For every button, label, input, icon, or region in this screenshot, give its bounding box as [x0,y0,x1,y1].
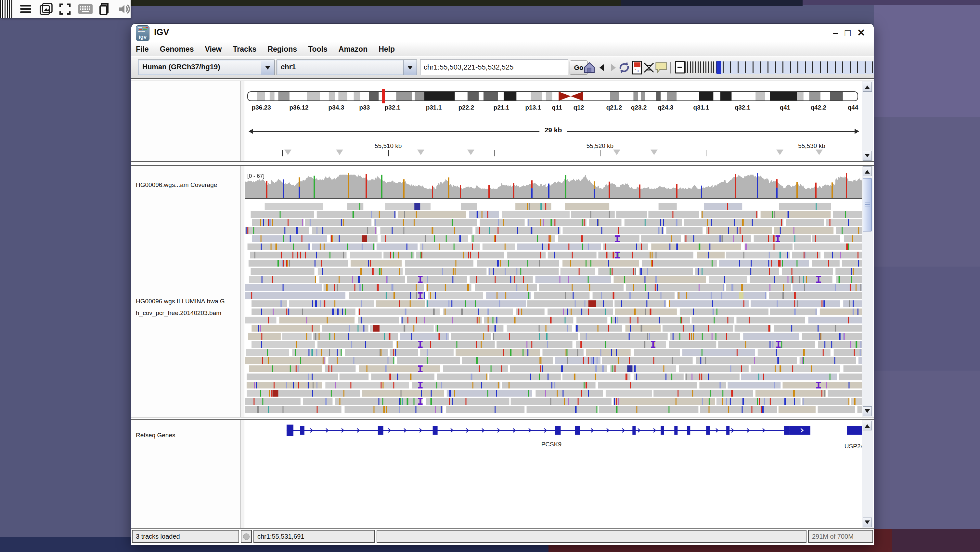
menu-icon[interactable] [19,3,32,16]
ruler-tick-label: 55,510 kb [375,142,402,150]
feature-panel-scrollbar[interactable] [862,420,873,528]
menu-tools[interactable]: Tools [308,45,328,54]
fit-window-icon[interactable] [642,61,656,75]
ruler-tick [600,150,600,156]
ruler-tick [494,150,495,156]
menu-genomes[interactable]: Genomes [160,45,194,54]
genome-select[interactable]: Human (GRCh37/hg19) [138,59,275,75]
cytoband-label: q12 [574,104,584,111]
scroll-up-button[interactable] [863,82,872,92]
chromosome-ideogram[interactable] [247,89,858,104]
gene-label-usp24[interactable]: USP24 [845,443,862,450]
menu-regions[interactable]: Regions [267,45,297,54]
ruler-arrow-right [854,129,862,134]
coverage-track-label[interactable]: HG00096.wgs...am Coverage [136,182,217,188]
toolbar-separator [670,62,671,73]
menu-file[interactable]: File [136,45,149,54]
chromosome-select-value: chr1 [277,60,403,75]
desktop-patch [803,0,980,5]
screenshot-icon[interactable] [39,3,52,16]
cursor-position-status: chr1:55,531,691 [253,530,375,543]
triangle-up-icon [865,422,870,428]
cytoband-label: q11 [552,104,562,111]
chromosome-select-arrow[interactable] [403,60,417,75]
refresh-icon[interactable] [617,61,631,75]
zoom-slider-thumb[interactable] [716,61,721,74]
name-data-divider[interactable] [240,166,244,417]
scroll-up-button[interactable] [863,166,872,176]
triangle-up-icon [865,83,870,89]
desktop-patch [874,0,980,117]
coverage-histogram[interactable] [245,172,862,199]
close-button[interactable]: ✕ [857,26,865,39]
desktop-toolbar [0,0,130,18]
locus-panel: p36.23p36.12p34.3p33p32.1p31.1p22.2p21.1… [131,81,874,162]
cytoband-label: p22.2 [458,104,474,111]
refseq-genes-track[interactable] [245,422,862,441]
scroll-thumb[interactable] [863,178,872,231]
window-title: IGV [154,27,169,37]
data-panel-scrollbar[interactable] [862,166,873,417]
ruler-marker-triangle[interactable] [613,150,620,159]
ruler-marker-triangle[interactable] [336,150,343,159]
zoom-slider-range[interactable] [721,61,874,74]
minimize-button[interactable]: – [833,26,838,39]
cytoband-label: q31.1 [694,104,710,111]
zoom-slider-track[interactable] [685,61,716,73]
menu-amazon[interactable]: Amazon [339,45,368,54]
cytoband-label: q24.3 [658,104,674,111]
keyboard-icon[interactable] [78,3,91,16]
cytoband-label: q32.1 [735,104,751,111]
ruler-marker-triangle[interactable] [284,150,291,159]
volume-icon[interactable] [118,3,130,16]
drag-handle[interactable] [0,0,12,18]
chromosome-select[interactable]: chr1 [277,59,417,75]
main-toolbar: Human (GRCh37/hg19) chr1 chr1:55,503,221… [131,57,874,79]
menu-help[interactable]: Help [379,45,395,54]
scroll-up-button[interactable] [863,421,872,431]
scroll-down-button[interactable] [863,151,872,161]
feature-panel-data: PCSK9 USP24 [245,420,862,528]
genome-select-arrow[interactable] [261,60,274,75]
feature-panel: Refseq Genes PCSK9 USP24 [131,420,874,529]
tooltip-bubble-icon[interactable] [654,61,668,75]
maximize-button[interactable]: □ [845,26,851,39]
menu-tracks[interactable]: Tracks [233,45,256,54]
menu-view[interactable]: View [205,45,222,54]
home-icon[interactable] [582,61,596,75]
gene-label-pcsk9[interactable]: PCSK9 [541,441,562,448]
cytoband-label: p34.3 [329,104,344,111]
genome-select-value: Human (GRCh37/hg19) [138,60,261,75]
ruler-tick [812,150,812,156]
alignment-track-label-line2[interactable]: h_cov_pcr_free.20140203.bam [136,310,221,317]
scroll-down-button[interactable] [863,517,872,527]
ruler-tick [282,150,283,156]
menu-bar: FileGenomesViewTracksRegionsToolsAmazonH… [131,42,874,56]
locus-panel-data: p36.23p36.12p34.3p33p32.1p31.1p22.2p21.1… [245,81,862,161]
ruler-marker-triangle[interactable] [651,150,658,159]
cytoband-label: p33 [360,104,370,111]
ruler-span-label: 29 kb [539,126,567,134]
ruler-marker-triangle[interactable] [467,150,474,159]
scroll-down-button[interactable] [863,406,872,416]
locus-panel-scrollbar[interactable] [862,81,873,161]
fullscreen-icon[interactable] [59,3,71,16]
alignment-pileup[interactable] [245,202,862,417]
ruler-tick-label: 55,530 kb [798,142,825,150]
copy-icon[interactable] [98,3,110,16]
desktop-patch [130,0,620,6]
cytoband-label: q23.2 [631,104,647,111]
name-data-divider[interactable] [240,81,244,161]
genes-track-label[interactable]: Refseq Genes [136,432,175,439]
alignment-track-label-line1[interactable]: HG00096.wgs.ILLUMINA.bwa.G [136,298,225,305]
ruler-arrow-left [246,129,253,134]
locus-input[interactable]: chr1:55,503,221-55,532,525 [420,59,568,75]
ruler-marker-triangle[interactable] [816,150,823,159]
ruler-marker-triangle[interactable] [776,150,783,159]
name-data-divider[interactable] [240,420,244,528]
igv-app-icon: igv [136,26,150,41]
title-bar[interactable]: igv IGV – □ ✕ [131,24,874,42]
desktop-patch [620,0,803,6]
zoom-out-icon[interactable] [675,61,685,73]
ruler-marker-triangle[interactable] [417,150,424,159]
